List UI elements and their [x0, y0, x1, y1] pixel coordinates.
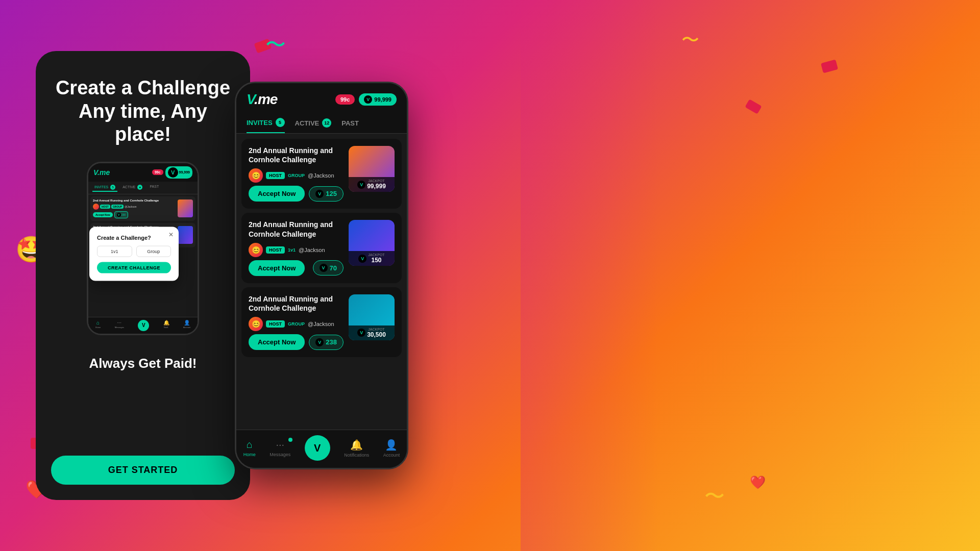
header-badges: 99c V 99,999 [335, 93, 397, 106]
tab-active[interactable]: ACTIVE 12 [295, 113, 332, 133]
card-3-jackpot-icon: V [357, 329, 365, 337]
nav-messages[interactable]: ··· Messages [270, 439, 290, 457]
challenge-list: 2nd Annual Running and Cornhole Challeng… [236, 134, 407, 430]
vpoints-badge: V 99,999 [359, 93, 397, 106]
card-1-image: V JACKPOT 99,999 [349, 146, 395, 192]
small-phone-logo: V.me [93, 168, 110, 177]
v-icon: V [364, 95, 372, 104]
card-2-avatar: 😊 [249, 243, 263, 257]
popup-close-icon[interactable]: ✕ [168, 231, 174, 238]
card-3-username: @Jackson [308, 321, 334, 327]
card-2-type-badge: 1v1 [288, 247, 296, 253]
nav-home[interactable]: ⌂ Home [243, 439, 256, 457]
notifications-icon: 🔔 [350, 439, 363, 451]
card-1-title: 2nd Annual Running and Cornhole Challeng… [249, 146, 344, 164]
left-panel-subtitle: Always Get Paid! [89, 356, 197, 371]
card-1-avatar: 😊 [249, 168, 263, 183]
card-2-host-badge: HOST [266, 246, 285, 254]
card-3-image: V JACKPOT 30,500 [349, 294, 395, 340]
create-challenge-popup: ✕ Create a Challenge? 1v1 Group CREATE C… [89, 227, 179, 281]
card-2-username: @Jackson [299, 247, 325, 253]
nav-center[interactable]: V [305, 435, 330, 461]
card-1-jackpot-icon: V [357, 181, 365, 189]
card-3-avatar: 😊 [249, 317, 263, 331]
card-2-vpoints: V 70 [313, 260, 344, 276]
card-2-title: 2nd Annual Running and Cornhole Challeng… [249, 220, 344, 238]
card-1-vpoints-amount: 125 [326, 190, 337, 197]
card-3-accept-button[interactable]: Accept Now [249, 334, 305, 350]
nav-account-label: Account [383, 453, 400, 458]
nav-home-label: Home [243, 452, 256, 457]
small-nav-notifications[interactable]: 🔔 Notif. [163, 320, 169, 331]
card-3-jackpot-amount: 30,500 [367, 331, 386, 338]
home-icon: ⌂ [247, 439, 253, 450]
card-3-v-icon: V [315, 338, 324, 346]
left-panel-title: Create a Challenge Any time, Any place! [51, 77, 235, 146]
card-3-title: 2nd Annual Running and Cornhole Challeng… [249, 294, 344, 313]
nav-notifications-label: Notifications [344, 453, 369, 458]
small-nav-home[interactable]: ⌂ Home [95, 320, 101, 331]
center-v-button[interactable]: V [305, 435, 330, 461]
tab-invites-label: INVITES [247, 119, 273, 127]
get-started-button[interactable]: GET STARTED [51, 456, 235, 485]
card-1-jackpot-label: JACKPOT [368, 179, 384, 183]
card-1-jackpot-amount: 99,999 [367, 183, 386, 190]
phone-preview-small: V.me 99c V 99,999 INVITES 5 ACTIVE ● PAS… [87, 162, 199, 335]
title-line-1: Create a Challenge [51, 77, 235, 100]
challenge-card-2: 2nd Annual Running and Cornhole Challeng… [241, 213, 402, 283]
coins-badge: 99c [335, 94, 355, 105]
card-1-jackpot: V JACKPOT 99,999 [349, 177, 395, 192]
small-tab-past[interactable]: PAST [148, 184, 161, 192]
card-1-host-badge: HOST [266, 172, 285, 179]
messages-icon: ··· [276, 439, 284, 450]
card-2-vpoints-amount: 70 [330, 264, 337, 272]
account-icon: 👤 [385, 439, 398, 451]
tab-active-count: 12 [322, 118, 331, 128]
small-tab-invites[interactable]: INVITES 5 [92, 184, 117, 192]
popup-create-button[interactable]: CREATE CHALLENGE [97, 262, 171, 273]
title-line-2: Any time, Any place! [51, 100, 235, 146]
vpoints-amount: 99,999 [374, 96, 391, 103]
card-3-host-badge: HOST [266, 320, 285, 328]
card-3-jackpot-label: JACKPOT [368, 328, 384, 331]
nav-messages-label: Messages [270, 452, 290, 457]
card-3-type-badge: GROUP [288, 321, 305, 327]
card-1-username: @Jackson [308, 172, 334, 179]
bottom-nav: ⌂ Home ··· Messages V 🔔 Notifications 👤 … [236, 430, 407, 468]
small-badge-vpoints: V 99,999 [165, 166, 192, 179]
nav-notifications[interactable]: 🔔 Notifications [344, 439, 369, 458]
app-header: V.me 99c V 99,999 [236, 83, 407, 113]
card-2-jackpot-amount: 150 [371, 257, 381, 264]
card-2-image: V JACKPOT 150 [349, 220, 395, 266]
messages-badge-dot [288, 438, 292, 442]
card-2-jackpot-icon: V [358, 255, 366, 263]
tab-invites[interactable]: INVITES 5 [247, 113, 285, 133]
card-3-vpoints: V 238 [309, 335, 344, 350]
small-nav-messages[interactable]: ··· Messages [115, 320, 124, 331]
small-badge-coins: 99c [152, 169, 163, 175]
card-2-accept-button[interactable]: Accept Now [249, 260, 305, 276]
tab-past[interactable]: PAST [341, 113, 359, 133]
small-nav-account[interactable]: 👤 Account [183, 320, 190, 331]
small-challenge-card-1: 2nd Annual Running and Cornhole Challeng… [90, 196, 195, 221]
card-2-jackpot: V JACKPOT 150 [349, 251, 395, 266]
popup-title: Create a Challenge? [97, 234, 171, 240]
popup-option-group[interactable]: Group [136, 245, 172, 257]
small-nav-center[interactable]: V [138, 320, 149, 331]
popup-option-1v1[interactable]: 1v1 [97, 245, 132, 257]
small-tab-active[interactable]: ACTIVE ● [120, 184, 144, 192]
nav-account[interactable]: 👤 Account [383, 439, 400, 458]
right-area-overlay [521, 0, 980, 551]
card-2-v-icon: V [320, 264, 328, 272]
challenge-card-1: 2nd Annual Running and Cornhole Challeng… [241, 139, 402, 209]
card-1-type-badge: GROUP [288, 173, 305, 178]
app-logo: V.me [247, 91, 277, 108]
tab-invites-count: 5 [276, 118, 285, 127]
left-panel: Create a Challenge Any time, Any place! … [36, 51, 250, 500]
main-phone: V.me 99c V 99,999 INVITES 5 ACTIVE 12 PA… [235, 82, 408, 469]
card-1-v-icon: V [315, 190, 324, 198]
app-tabs: INVITES 5 ACTIVE 12 PAST [236, 113, 407, 134]
tab-active-label: ACTIVE [295, 119, 320, 127]
challenge-card-3: 2nd Annual Running and Cornhole Challeng… [241, 287, 402, 357]
card-1-accept-button[interactable]: Accept Now [249, 186, 305, 202]
